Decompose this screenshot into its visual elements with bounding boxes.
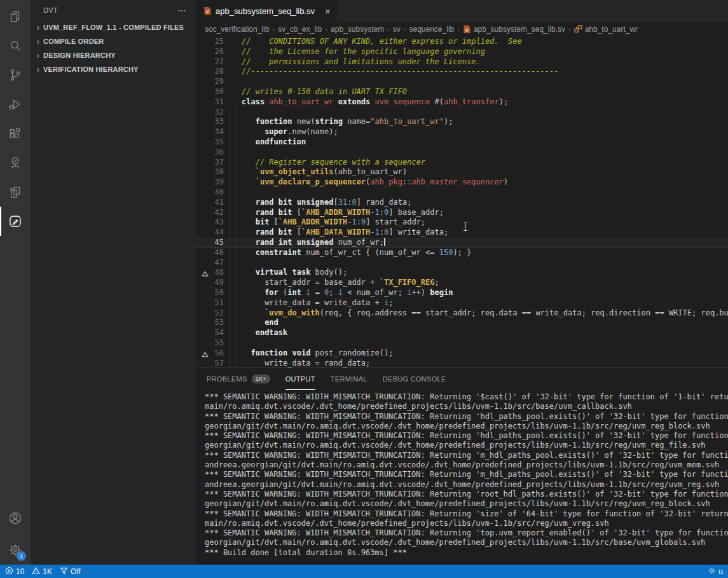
status-item-filter-off[interactable]: Off — [60, 565, 81, 578]
code-line-33[interactable]: 33 function new(string name="ahb_to_uart… — [196, 117, 728, 127]
activity-bar: 1 — [0, 0, 31, 565]
code-line-26[interactable]: 26// the License for the specific langua… — [196, 47, 728, 57]
code-line-51[interactable]: 51 write_data = write_data + i; — [196, 298, 728, 308]
code-line-48[interactable]: 48 virtual task body(); — [196, 268, 728, 278]
code-line-text — [228, 258, 242, 268]
text-caret — [384, 238, 385, 246]
code-line-47[interactable]: 47 — [196, 258, 728, 268]
breadcrumb-label: apb_subsystem — [331, 25, 384, 34]
breadcrumb-item-apb-subsystem[interactable]: apb_subsystem — [331, 25, 384, 34]
code-line-text: constraint num_of_wr_ct { (num_of_wr <= … — [228, 248, 471, 258]
code-line-text: rand bit [`AHB_ADDR_WIDTH-1:0] base_addr… — [228, 208, 444, 218]
code-line-40[interactable]: 40 — [196, 188, 728, 198]
code-line-37[interactable]: 37 // Register sequence with a sequencer — [196, 158, 728, 168]
svg-text:v: v — [465, 27, 469, 32]
line-number: 40 — [196, 188, 228, 198]
code-line-31[interactable]: 31class ahb_to_uart_wr extends uvm_seque… — [196, 97, 728, 107]
error-icon — [5, 567, 13, 577]
panel-tab-problems[interactable]: PROBLEMS1K+ — [207, 368, 270, 390]
tree-item-uvm-ref-flow-1-1-compiled-files[interactable]: ›UVM_REF_FLOW_1.1 - COMPILED FILES — [31, 20, 196, 34]
account-icon[interactable] — [0, 504, 31, 533]
code-line-34[interactable]: 34 super.new(name); — [196, 127, 728, 137]
breadcrumb-item-ahb-to-uart-wr[interactable]: ahb_to_uart_wr — [574, 25, 638, 34]
tab-apb-subsystem-seq-lib[interactable]: v apb_subsystem_seq_lib.sv × — [196, 0, 337, 22]
code-line-27[interactable]: 27// permissions and limitations under t… — [196, 57, 728, 67]
line-number: 27 — [196, 57, 228, 67]
code-line-36[interactable]: 36 — [196, 148, 728, 158]
line-number: 56 — [196, 348, 228, 359]
output-line: andreea.georgian/git/dvt.main/ro.amiq.dv… — [205, 480, 728, 490]
output-line: *** SEMANTIC WARNING: WIDTH_MISMATCH_TRU… — [205, 431, 728, 441]
status-item-error-10[interactable]: 10 — [5, 565, 24, 578]
gear-icon — [708, 567, 716, 577]
line-number: 54 — [196, 328, 228, 338]
status-item-label: Off — [71, 567, 81, 576]
breadcrumb-item-apb-subsystem-seq-lib-sv[interactable]: vapb_subsystem_seq_lib.sv — [463, 25, 565, 34]
run-debug-icon[interactable] — [0, 90, 31, 119]
settings-gear-icon[interactable]: 1 — [0, 535, 31, 565]
code-line-43[interactable]: 43 bit [`AHB_ADDR_WIDTH-1:0] start_addr; — [196, 217, 728, 228]
search-icon[interactable] — [0, 31, 31, 60]
tree-item-label: UVM_REF_FLOW_1.1 - COMPILED FILES — [43, 24, 184, 31]
verification-tree-icon[interactable] — [0, 148, 31, 177]
tree-item-design-hierarchy[interactable]: ›DESIGN HIERARCHY — [31, 48, 196, 62]
code-line-text: endfunction — [228, 137, 306, 148]
status-item-gear-u[interactable]: u — [708, 565, 723, 578]
code-line-39[interactable]: 39 `uvm_declare_p_sequencer(ahb_pkg::ahb… — [196, 177, 728, 188]
output-console[interactable]: *** SEMANTIC WARNING: WIDTH_MISMATCH_TRU… — [196, 390, 728, 565]
code-editor[interactable]: 25// CONDITIONS OF ANY KIND, either expr… — [196, 36, 728, 368]
chevron-right-icon: › — [33, 22, 43, 33]
line-number: 29 — [196, 77, 228, 87]
line-number: 57 — [196, 359, 228, 368]
dvt-icon[interactable] — [0, 207, 31, 236]
extensions-icon[interactable] — [0, 119, 31, 148]
code-line-57[interactable]: 57 write_data = rand_data; — [196, 359, 728, 368]
code-line-35[interactable]: 35 endfunction — [196, 137, 728, 148]
output-line: georgian/git/dvt.main/ro.amiq.dvt.vscode… — [205, 538, 728, 547]
status-item-label: 10 — [16, 567, 24, 576]
line-number: 31 — [196, 97, 228, 107]
code-line-29[interactable]: 29 — [196, 77, 728, 87]
code-line-25[interactable]: 25// CONDITIONS OF ANY KIND, either expr… — [196, 37, 728, 47]
breadcrumb-item-sv[interactable]: sv — [393, 25, 401, 34]
output-line: georgian/git/dvt.main/ro.amiq.dvt.vscode… — [205, 422, 728, 431]
code-line-38[interactable]: 38 `uvm_object_utils(ahb_to_uart_wr) — [196, 167, 728, 177]
breadcrumb-separator: › — [457, 25, 460, 33]
breadcrumb-label: sv — [393, 25, 401, 34]
line-number: 25 — [196, 37, 228, 47]
code-line-56[interactable]: 56 function void post_randomize(); — [196, 348, 728, 359]
code-line-54[interactable]: 54 endtask — [196, 328, 728, 338]
code-line-53[interactable]: 53 end — [196, 318, 728, 328]
breadcrumb-item-soc-verification-lib[interactable]: soc_verification_lib — [205, 25, 269, 34]
code-line-41[interactable]: 41 rand bit unsigned[31:0] rand_data; — [196, 198, 728, 208]
code-line-49[interactable]: 49 start_addr = base_addr + `TX_FIFO_REG… — [196, 278, 728, 288]
panel-tab-terminal[interactable]: TERMINAL — [331, 368, 367, 390]
more-actions-icon[interactable]: ⋯ — [177, 5, 187, 15]
code-line-42[interactable]: 42 rand bit [`AHB_ADDR_WIDTH-1:0] base_a… — [196, 208, 728, 218]
code-line-46[interactable]: 46 constraint num_of_wr_ct { (num_of_wr … — [196, 248, 728, 258]
line-number: 50 — [196, 288, 228, 298]
panel-tab-output[interactable]: OUTPUT — [285, 368, 315, 390]
code-line-44[interactable]: 44 rand bit [`AHB_DATA_WIDTH-1:0] write_… — [196, 228, 728, 238]
code-line-55[interactable]: 55 — [196, 338, 728, 348]
sv-file-icon: v — [203, 6, 212, 16]
breadcrumb-item-sequence-lib[interactable]: sequence_lib — [409, 25, 455, 34]
tree-item-compile-order[interactable]: ›COMPILE ORDER — [31, 34, 196, 48]
line-number: 52 — [196, 308, 228, 319]
source-control-icon[interactable] — [0, 60, 31, 90]
breadcrumb-item-sv-cb-ex-lib[interactable]: sv_cb_ex_lib — [278, 25, 322, 34]
tree-item-verification-hierarchy[interactable]: ›VERIFICATION HIERARCHY — [31, 62, 196, 76]
code-line-28[interactable]: 28//------------------------------------… — [196, 67, 728, 77]
status-item-warning-1k[interactable]: 1K — [32, 565, 52, 578]
close-icon[interactable]: × — [325, 6, 331, 17]
panel-tab-debug-console[interactable]: DEBUG CONSOLE — [383, 368, 446, 390]
output-line: andreea.georgian/git/dvt.main/ro.amiq.dv… — [205, 460, 728, 470]
explorer-icon[interactable] — [0, 2, 31, 31]
code-line-30[interactable]: 30// writes 0-150 data in UART TX FIFO — [196, 87, 728, 97]
breadcrumb-label: ahb_to_uart_wr — [585, 25, 638, 34]
compile-order-icon[interactable] — [0, 177, 31, 207]
code-line-52[interactable]: 52 `uvm_do_with(req, { req.address == st… — [196, 308, 728, 319]
code-line-32[interactable]: 32 — [196, 107, 728, 118]
code-line-45[interactable]: 45 rand int unsigned num_of_wr; — [196, 238, 728, 248]
code-line-50[interactable]: 50 for (int i = 0; i < num_of_wr; i++) b… — [196, 288, 728, 298]
